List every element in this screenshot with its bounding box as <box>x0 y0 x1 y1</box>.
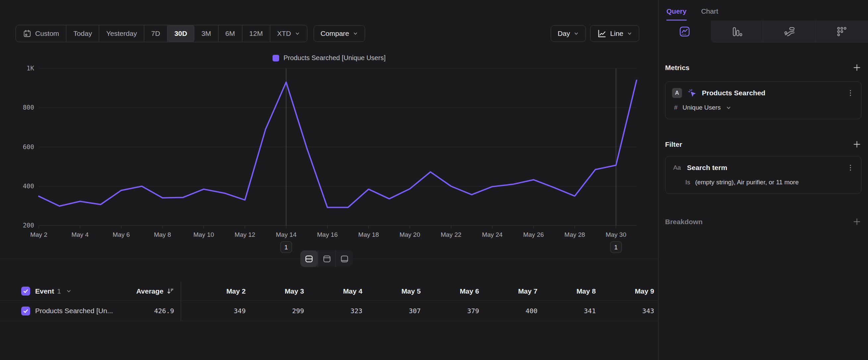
date-column-header: May 7 <box>479 287 537 295</box>
sort-descending-icon <box>166 287 174 295</box>
viz-tab-insights[interactable] <box>658 21 711 43</box>
viz-tab-more[interactable] <box>816 21 868 43</box>
metric-aggregation-row[interactable]: # Unique Users <box>672 100 855 115</box>
table-column-divider <box>181 282 181 321</box>
svg-text:1: 1 <box>284 244 288 251</box>
main-area: Custom Today Yesterday 7D 30D 3M 6M 12M … <box>0 0 658 360</box>
line-chart-icon <box>597 29 607 38</box>
table-row[interactable]: Products Searched [Un... 426.9 349 299 3… <box>0 301 658 321</box>
chevron-down-icon <box>295 31 300 36</box>
text-property-icon: Aa <box>672 164 682 171</box>
svg-text:May 4: May 4 <box>71 231 89 238</box>
metric-card-title-row: A Products Searched <box>672 86 855 100</box>
svg-text:May 26: May 26 <box>523 231 544 238</box>
date-column-header: May 2 <box>187 287 246 295</box>
event-cursor-icon-svg <box>687 88 697 98</box>
breakdown-title: Breakdown <box>665 218 703 226</box>
event-name-cell: Products Searched [Un... <box>0 307 126 315</box>
svg-text:May 18: May 18 <box>359 231 379 238</box>
kebab-icon <box>846 164 855 172</box>
date-range-picker: Custom Today Yesterday 7D 30D 3M 6M 12M … <box>16 25 307 42</box>
kebab-icon <box>846 89 855 97</box>
viz-tab-flows[interactable] <box>763 21 816 43</box>
breakdown-section-header: Breakdown <box>665 217 861 226</box>
svg-text:400: 400 <box>23 182 34 190</box>
average-header-cell[interactable]: Average <box>126 287 174 295</box>
split-view-button[interactable] <box>300 250 318 267</box>
filter-condition-row[interactable]: Is (empty string), Air purifier, or 11 m… <box>672 175 855 190</box>
range-30d-button[interactable]: 30D <box>167 25 195 42</box>
split-view-icon <box>305 254 314 264</box>
svg-text:May 20: May 20 <box>400 231 420 238</box>
average-value: 426.9 <box>126 307 174 315</box>
table-view-button[interactable] <box>336 250 353 267</box>
panel-body: Metrics A <box>658 63 868 226</box>
chart-view-button[interactable] <box>318 250 336 267</box>
svg-text:600: 600 <box>23 143 34 150</box>
value-cell: 343 <box>596 307 654 315</box>
grid-dots-icon <box>836 26 848 37</box>
aggregation-type-icon: # <box>672 104 678 111</box>
event-header-cell: Event 1 <box>0 286 126 296</box>
chevron-down-icon[interactable] <box>66 288 72 294</box>
date-column-header: May 8 <box>537 287 596 295</box>
chart-type-dropdown[interactable]: Line <box>590 25 639 42</box>
filter-card[interactable]: Aa Search term Is (empty string), Air pu… <box>665 156 861 194</box>
table-header-row: Event 1 Average May 2 <box>0 282 658 301</box>
range-xtd-button[interactable]: XTD <box>270 25 307 42</box>
value-cell: 349 <box>187 307 246 315</box>
range-12m-button[interactable]: 12M <box>242 25 270 42</box>
metric-menu-button[interactable] <box>846 89 855 97</box>
range-6m-button[interactable]: 6M <box>218 25 242 42</box>
flow-icon <box>783 26 796 37</box>
svg-text:1: 1 <box>614 244 618 251</box>
svg-text:May 14: May 14 <box>276 231 297 238</box>
svg-text:200: 200 <box>23 222 34 229</box>
add-metric-button[interactable] <box>852 63 861 72</box>
event-label: Event <box>35 287 54 295</box>
svg-text:May 8: May 8 <box>154 231 171 238</box>
filter-value: (empty string), Air purifier, or 11 more <box>695 179 799 186</box>
svg-text:May 6: May 6 <box>113 231 130 238</box>
chevron-down-icon <box>574 31 579 36</box>
check-icon <box>23 308 29 314</box>
tab-chart[interactable]: Chart <box>701 7 718 21</box>
plus-icon <box>852 140 861 149</box>
range-7d-button[interactable]: 7D <box>144 25 167 42</box>
event-count: 1 <box>57 287 61 295</box>
chart-view-icon <box>322 254 331 264</box>
row-event-name: Products Searched [Un... <box>35 307 113 315</box>
metrics-section-header: Metrics <box>665 63 861 72</box>
date-column-header: May 4 <box>304 287 362 295</box>
filter-operator: Is <box>672 179 690 186</box>
row-checkbox[interactable] <box>21 307 30 315</box>
range-yesterday-button[interactable]: Yesterday <box>99 25 144 42</box>
value-cell: 341 <box>537 307 596 315</box>
filter-section-header: Filter <box>665 140 861 149</box>
tab-query[interactable]: Query <box>666 7 687 21</box>
viz-tab-funnels[interactable] <box>711 21 763 43</box>
granularity-dropdown[interactable]: Day <box>551 25 586 42</box>
toolbar-right: Day Line <box>551 25 639 42</box>
range-custom-button[interactable]: Custom <box>16 25 66 42</box>
svg-text:May 24: May 24 <box>482 231 503 238</box>
add-breakdown-button[interactable] <box>852 217 861 226</box>
svg-text:1K: 1K <box>27 64 34 72</box>
add-filter-button[interactable] <box>852 140 861 149</box>
range-today-button[interactable]: Today <box>66 25 99 42</box>
metric-name: Products Searched <box>702 89 765 97</box>
event-cursor-icon <box>687 88 697 98</box>
date-column-header: May 9 <box>596 287 654 295</box>
line-chart[interactable]: 1K80060040020011May 2May 4May 6May 8May … <box>0 47 658 259</box>
filter-menu-button[interactable] <box>846 164 855 172</box>
svg-text:May 10: May 10 <box>193 231 214 238</box>
select-all-checkbox[interactable] <box>21 286 30 296</box>
date-column-header: May 6 <box>421 287 479 295</box>
average-label: Average <box>136 287 163 295</box>
range-3m-button[interactable]: 3M <box>194 25 218 42</box>
compare-button[interactable]: Compare <box>314 25 365 42</box>
metric-card[interactable]: A Products Searched <box>665 81 861 119</box>
bar-chart-icon <box>731 26 743 37</box>
range-label: Custom <box>35 30 59 37</box>
query-panel: Query Chart <box>658 0 868 360</box>
